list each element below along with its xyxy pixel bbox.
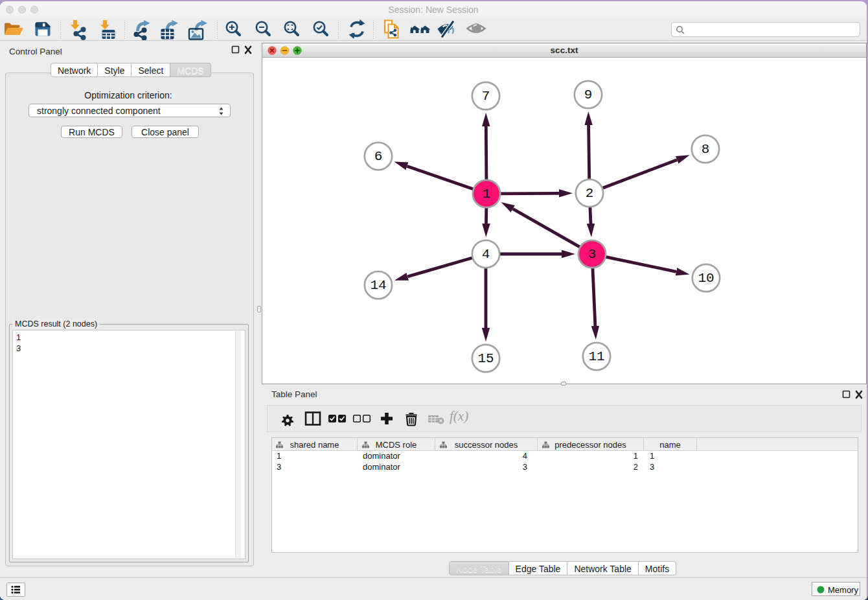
svg-text:8: 8 <box>702 142 710 157</box>
svg-text:2: 2 <box>586 186 594 201</box>
svg-text:4: 4 <box>482 247 490 262</box>
svg-text:14: 14 <box>370 278 386 293</box>
svg-text:3: 3 <box>588 247 597 262</box>
svg-text:15: 15 <box>477 351 494 366</box>
svg-text:9: 9 <box>584 87 593 102</box>
svg-text:7: 7 <box>482 89 490 104</box>
svg-text:10: 10 <box>698 271 714 286</box>
svg-text:1: 1 <box>483 187 491 202</box>
svg-text:6: 6 <box>374 149 383 164</box>
svg-text:11: 11 <box>588 349 604 364</box>
